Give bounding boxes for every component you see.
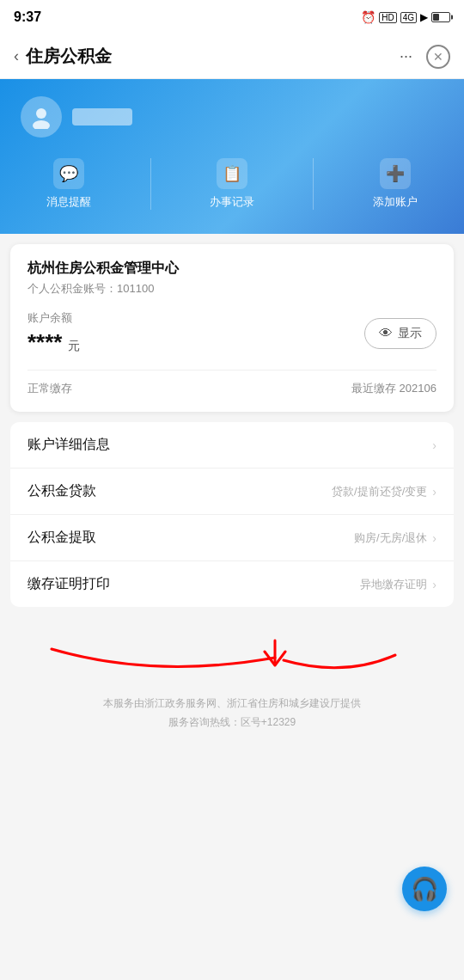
back-button[interactable]: ‹ [14, 47, 19, 65]
chevron-right-icon-loan: › [432, 485, 437, 499]
footer-line1: 本服务由浙江政务服务网、浙江省住房和城乡建设厅提供 [17, 695, 447, 714]
svg-point-0 [36, 108, 46, 119]
svg-point-1 [33, 120, 50, 129]
add-account-label: 添加账户 [373, 194, 418, 210]
loan-right: 贷款/提前还贷/变更 › [332, 484, 437, 499]
balance-display: **** 元 [27, 329, 80, 356]
records-label: 办事记录 [210, 194, 254, 210]
status-bar: 9:37 ⏰ HD 4G ▶ [0, 0, 464, 34]
header-left: ‹ 住房公积金 [14, 45, 112, 68]
alarm-icon: ⏰ [361, 10, 375, 24]
status-row: 正常缴存 最近缴存 202106 [27, 370, 437, 396]
balance-section: 账户余额 **** 元 [27, 310, 80, 356]
more-button[interactable]: ··· [400, 47, 412, 65]
customer-service-button[interactable]: 🎧 [402, 867, 447, 911]
menu-item-withdraw[interactable]: 公积金提取 购房/无房/退休 › [10, 515, 454, 561]
menu-item-account-detail[interactable]: 账户详细信息 › [10, 422, 454, 469]
loan-label: 公积金贷款 [27, 482, 96, 500]
banner-actions: 💬 消息提醒 📋 办事记录 ➕ 添加账户 [21, 158, 443, 210]
avatar [21, 96, 62, 138]
banner-divider-2 [313, 158, 314, 210]
messages-icon: 💬 [53, 158, 84, 189]
sidebar-item-records[interactable]: 📋 办事记录 [210, 158, 254, 210]
messages-label: 消息提醒 [46, 194, 91, 210]
deposit-status: 正常缴存 [27, 381, 72, 396]
status-icons: ⏰ HD 4G ▶ [361, 10, 450, 24]
banner-user [21, 96, 443, 138]
menu-section: 账户详细信息 › 公积金贷款 贷款/提前还贷/变更 › 公积金提取 购房/无房/… [10, 422, 454, 607]
eye-icon: 👁 [379, 326, 393, 341]
hd-badge: HD [379, 12, 396, 23]
blue-banner: 💬 消息提醒 📋 办事记录 ➕ 添加账户 [0, 79, 464, 234]
menu-item-certificate[interactable]: 缴存证明打印 异地缴存证明 › [10, 561, 454, 607]
certificate-right: 异地缴存证明 › [360, 577, 437, 592]
battery-fill [433, 14, 439, 21]
spacer [0, 617, 464, 669]
account-detail-label: 账户详细信息 [27, 436, 110, 454]
loan-options-text: 贷款/提前还贷/变更 [332, 484, 427, 499]
account-number-value: 101100 [117, 282, 154, 295]
close-icon: ✕ [433, 50, 443, 64]
header-icons: ··· ✕ [400, 45, 450, 69]
chevron-right-icon-certificate: › [432, 578, 437, 591]
records-icon: 📋 [217, 158, 247, 189]
certificate-label: 缴存证明打印 [27, 575, 110, 593]
sidebar-item-messages[interactable]: 💬 消息提醒 [46, 158, 91, 210]
banner-divider-1 [150, 158, 151, 210]
footer-line2: 服务咨询热线：区号+12329 [17, 714, 447, 732]
status-time: 9:37 [14, 9, 41, 25]
footer: 本服务由浙江政务服务网、浙江省住房和城乡建设厅提供 服务咨询热线：区号+1232… [0, 669, 464, 749]
header: ‹ 住房公积金 ··· ✕ [0, 34, 464, 79]
chevron-right-icon: › [432, 438, 437, 452]
menu-item-loan[interactable]: 公积金贷款 贷款/提前还贷/变更 › [10, 469, 454, 515]
withdraw-label: 公积金提取 [27, 529, 96, 547]
balance-unit: 元 [68, 339, 80, 352]
withdraw-right: 购房/无房/退休 › [354, 530, 437, 546]
balance-row: 账户余额 **** 元 👁 显示 [27, 310, 437, 356]
battery-icon [431, 12, 450, 22]
account-number-label: 个人公积金账号： [27, 282, 117, 295]
balance-amount: **** [27, 329, 62, 355]
chevron-right-icon-withdraw: › [432, 531, 437, 545]
show-balance-label: 显示 [398, 326, 422, 341]
last-deposit: 最近缴存 202106 [351, 381, 437, 396]
account-name: 杭州住房公积金管理中心 [27, 260, 437, 278]
signal-badge: 4G [400, 12, 417, 23]
close-button[interactable]: ✕ [426, 45, 450, 69]
show-balance-button[interactable]: 👁 显示 [364, 318, 437, 349]
certificate-options-text: 异地缴存证明 [360, 577, 427, 592]
account-card: 杭州住房公积金管理中心 个人公积金账号：101100 账户余额 **** 元 👁… [10, 244, 454, 412]
headset-icon: 🎧 [411, 876, 438, 903]
account-detail-right: › [432, 438, 437, 452]
withdraw-options-text: 购房/无房/退休 [354, 530, 427, 546]
page-title: 住房公积金 [26, 45, 112, 68]
sidebar-item-add-account[interactable]: ➕ 添加账户 [373, 158, 418, 210]
add-account-icon: ➕ [380, 158, 411, 189]
balance-label: 账户余额 [27, 310, 80, 326]
user-name-placeholder [72, 108, 132, 126]
signal-bars: ▶ [420, 11, 428, 23]
account-number: 个人公积金账号：101100 [27, 281, 437, 297]
